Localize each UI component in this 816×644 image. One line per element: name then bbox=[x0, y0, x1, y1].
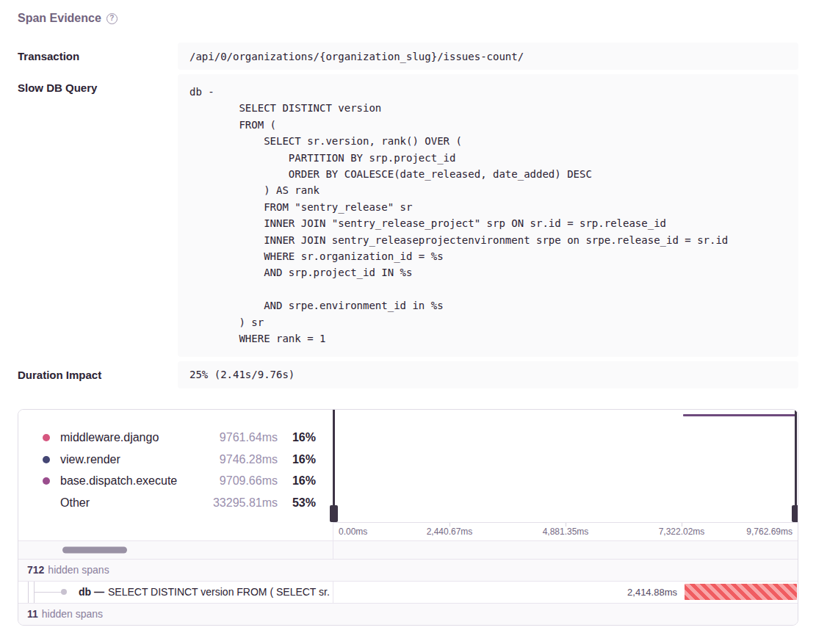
transaction-label: Transaction bbox=[18, 43, 178, 62]
minimap-right-grabber-handle[interactable] bbox=[792, 505, 798, 522]
axis-tick-label: 4,881.35ms bbox=[543, 527, 589, 537]
axis-tick-label: 7,322.02ms bbox=[659, 527, 705, 537]
legend-op-duration: 33295.81ms bbox=[197, 496, 278, 510]
legend-dot bbox=[43, 477, 50, 485]
legend-dot bbox=[43, 456, 50, 463]
legend-op-duration: 9709.66ms bbox=[197, 474, 278, 488]
span-description-text: db — SELECT DISTINCT version FROM ( SELE… bbox=[79, 582, 333, 603]
hidden-spans-count: 11 bbox=[27, 608, 38, 620]
legend-dot bbox=[43, 434, 50, 441]
legend-op-name: base.dispatch.execute bbox=[60, 474, 197, 488]
slow-db-query-value: db - SELECT DISTINCT version FROM ( SELE… bbox=[178, 74, 798, 357]
tree-connector-line bbox=[28, 582, 29, 603]
duration-impact-value: 25% (2.41s/9.76s) bbox=[178, 361, 798, 388]
legend-op-name: Other bbox=[60, 496, 197, 510]
span-tree-scrollbar-thumb[interactable] bbox=[62, 546, 127, 553]
transaction-row: Transaction /api/0/organizations/{organi… bbox=[18, 43, 798, 70]
span-row-timing[interactable]: 2,414.88ms bbox=[333, 581, 798, 603]
hidden-spans-count: 712 bbox=[27, 564, 44, 576]
span-waterfall-panel: middleware.django 9761.64ms 16% view.ren… bbox=[18, 409, 798, 626]
legend-op-percent: 16% bbox=[278, 474, 316, 488]
axis-spacer bbox=[18, 522, 333, 540]
legend-item: view.render 9746.28ms 16% bbox=[43, 449, 316, 471]
slow-db-query-row: Slow DB Query db - SELECT DISTINCT versi… bbox=[18, 74, 798, 357]
scrollbar-spacer bbox=[333, 540, 798, 559]
span-row-description[interactable]: db — SELECT DISTINCT version FROM ( SELE… bbox=[18, 581, 333, 603]
tree-connector-line bbox=[34, 592, 64, 593]
axis-tick-label: 9,762.69ms bbox=[746, 527, 792, 537]
legend-op-percent: 16% bbox=[278, 431, 316, 444]
legend-op-name: view.render bbox=[60, 453, 197, 466]
duration-impact-row: Duration Impact 25% (2.41s/9.76s) bbox=[18, 361, 798, 388]
trace-minimap[interactable] bbox=[333, 410, 798, 522]
page-title: Span Evidence bbox=[18, 12, 101, 25]
hidden-spans-label: hidden spans bbox=[48, 564, 109, 576]
span-query-snippet: SELECT DISTINCT version FROM ( SELECT sr… bbox=[108, 586, 330, 598]
sql-query-text: db - SELECT DISTINCT version FROM ( SELE… bbox=[189, 84, 787, 347]
minimap-left-grabber-handle[interactable] bbox=[330, 505, 338, 522]
axis-tick-label: 0.00ms bbox=[339, 527, 367, 537]
hidden-spans-label: hidden spans bbox=[42, 608, 103, 620]
legend-item: base.dispatch.execute 9709.66ms 16% bbox=[43, 471, 316, 493]
hidden-spans-row-top[interactable]: 712 hidden spans bbox=[18, 559, 798, 581]
legend-item: Other 33295.81ms 53% bbox=[43, 492, 316, 514]
duration-impact-label: Duration Impact bbox=[18, 361, 178, 381]
span-duration-bar bbox=[685, 584, 797, 600]
span-evidence-section: Span Evidence ? Transaction /api/0/organ… bbox=[0, 0, 816, 626]
time-axis: 0.00ms 2,440.67ms 4,881.35ms 7,322.02ms … bbox=[333, 522, 798, 540]
legend-op-duration: 9746.28ms bbox=[197, 453, 278, 466]
legend-dot bbox=[43, 499, 50, 507]
slow-db-query-label: Slow DB Query bbox=[18, 74, 178, 94]
legend-op-percent: 53% bbox=[278, 496, 316, 510]
legend-op-name: middleware.django bbox=[60, 431, 197, 444]
transaction-value: /api/0/organizations/{organization_slug}… bbox=[178, 43, 798, 70]
op-breakdown-legend: middleware.django 9761.64ms 16% view.ren… bbox=[18, 410, 333, 522]
tree-node-dot bbox=[61, 589, 67, 595]
span-duration: 2,414.88ms bbox=[627, 582, 677, 603]
span-op-label: db — bbox=[79, 586, 104, 598]
hidden-spans-row-bottom[interactable]: 11 hidden spans bbox=[18, 603, 798, 625]
legend-item: middleware.django 9761.64ms 16% bbox=[43, 427, 316, 449]
span-tree-scrollbar-track bbox=[18, 540, 333, 559]
help-icon[interactable]: ? bbox=[106, 13, 118, 24]
section-header: Span Evidence ? bbox=[18, 12, 798, 25]
minimap-span-line bbox=[683, 414, 796, 416]
axis-tick-label: 2,440.67ms bbox=[427, 527, 473, 537]
legend-op-percent: 16% bbox=[278, 453, 316, 466]
legend-op-duration: 9761.64ms bbox=[197, 431, 278, 444]
